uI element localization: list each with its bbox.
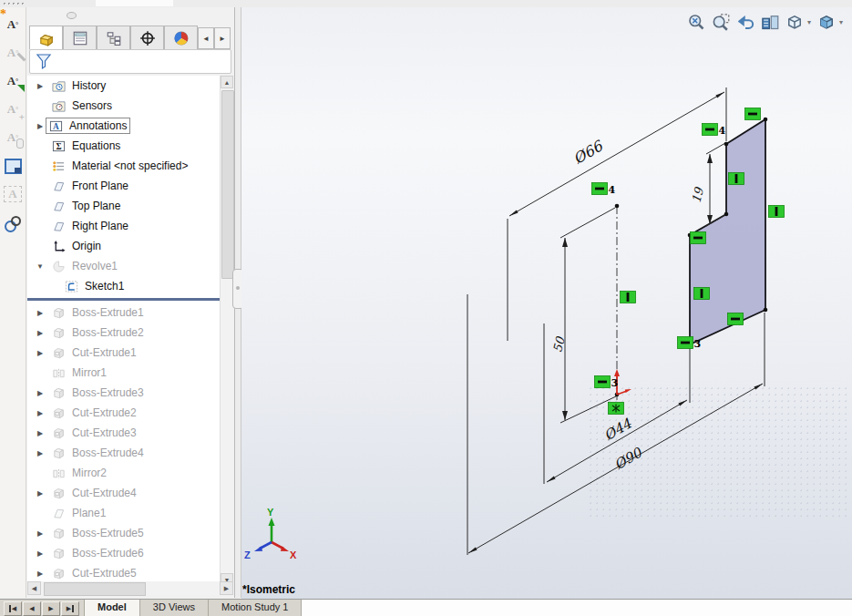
insert-annotation-icon[interactable]: A° [2,70,24,92]
expand-arrow-icon[interactable]: ▶ [35,489,46,498]
relation-horizontal-marker[interactable]: 4 [703,124,726,137]
expand-arrow-icon[interactable]: ▶ [35,389,46,397]
display-style-icon-dropdown[interactable]: ▾ [839,18,843,26]
expand-arrow-icon[interactable]: ▶ [35,122,46,130]
toolbar-drag-handle[interactable] [2,1,26,5]
expand-arrow-icon[interactable]: ▶ [35,529,46,538]
tree-item-boss-extrude3[interactable]: ▶Boss-Extrude3 [27,383,221,403]
plane-icon [51,219,67,233]
section-view-icon[interactable] [759,11,781,33]
tab-propertymanager[interactable] [63,26,97,50]
save-annotation-view-icon[interactable] [2,155,24,177]
expand-arrow-icon[interactable]: ▶ [35,429,46,437]
scroll-right-icon[interactable]: ▶ [220,581,233,595]
expand-arrow-icon[interactable]: ▶ [35,570,46,578]
previous-frame-button[interactable]: ◀ [23,601,41,616]
tree-item-mirror1[interactable]: Mirror1 [27,363,221,383]
relation-horizontal-marker[interactable] [745,108,761,120]
relation-horizontal-marker[interactable] [691,232,706,244]
tree-item-origin[interactable]: Origin [27,236,221,256]
expand-arrow-icon[interactable]: ▶ [35,349,46,357]
tab-model[interactable]: Model [84,600,140,616]
tree-item-revolve1[interactable]: ▼Revolve1 [27,256,221,276]
tree-item-boss-extrude6[interactable]: ▶Boss-Extrude6 [27,543,221,563]
dimension-d90[interactable]: Ø90 [611,444,645,473]
tree-item-equations[interactable]: ΣEquations [27,136,221,156]
sketch-canvas[interactable]: Ø66 19 50 Ø44 Ø90 4433 Y X Z *Isometric [241,7,852,599]
first-frame-button[interactable]: ◀ [4,601,22,616]
expand-arrow-icon[interactable]: ▶ [35,549,46,558]
expand-arrow-icon[interactable]: ▶ [35,82,46,90]
expand-arrow-icon[interactable]: ▶ [35,449,46,457]
tree-item-label: Mirror2 [69,466,109,480]
solidworks-window: { "left_toolbar": { "items": [ {"name": … [0,0,852,616]
tree-item-boss-extrude5[interactable]: ▶Boss-Extrude5 [27,523,221,543]
relation-horizontal-marker[interactable]: 3 [678,337,702,350]
tree-item-boss-extrude2[interactable]: ▶Boss-Extrude2 [27,323,221,343]
scrollbar-thumb[interactable] [221,90,234,279]
scroll-up-icon[interactable]: ▲ [221,76,233,88]
tree-item-right-plane[interactable]: Right Plane [27,216,221,236]
tab-configurationmanager[interactable] [97,26,130,50]
tree-item-label: Cut-Extrude2 [69,406,139,420]
tab-featuremanager-design-tree[interactable] [29,26,63,50]
expand-arrow-icon[interactable]: ▶ [35,309,46,317]
scrollbar-thumb[interactable] [44,582,146,596]
tree-item-plane1[interactable]: Plane1 [27,503,221,523]
belt-chain-icon[interactable] [2,211,24,233]
tab-displaymanager[interactable] [164,26,198,50]
relation-vertical-marker[interactable] [621,292,636,303]
zoom-to-fit-icon[interactable] [685,11,707,33]
tree-item-cut-extrude4[interactable]: ▶Cut-Extrude4 [27,483,221,503]
tree-item-material-not-specified[interactable]: Material <not specified> [27,156,221,176]
tree-item-cut-extrude3[interactable]: ▶Cut-Extrude3 [27,423,221,443]
tab-3d-views[interactable]: 3D Views [140,600,209,616]
panel-tab-scroll-left[interactable]: ◄ [198,27,214,49]
tree-item-cut-extrude5[interactable]: ▶Cut-Extrude5 [27,563,221,583]
tree-item-annotations[interactable]: ▶AAnnotations [27,116,221,136]
panel-tab-scroll-right[interactable]: ► [214,27,231,49]
relation-vertical-marker[interactable] [694,288,710,300]
relation-vertical-marker[interactable] [729,173,744,185]
tree-item-front-plane[interactable]: Front Plane [27,176,221,196]
next-frame-button[interactable]: ▶ [42,601,60,616]
tree-vertical-scrollbar[interactable]: ▲ ▼ [220,76,233,586]
expand-arrow-icon[interactable]: ▶ [35,409,46,417]
tree-item-label: Front Plane [69,179,131,193]
relation-horizontal-marker[interactable]: 3 [595,376,619,389]
tree-item-boss-extrude4[interactable]: ▶Boss-Extrude4 [27,443,221,463]
expand-arrow-icon[interactable]: ▶ [35,329,46,337]
dimension-d19[interactable]: 19 [689,185,706,204]
last-frame-button[interactable]: ▶ [61,601,79,616]
dimension-d44[interactable]: Ø44 [601,416,635,445]
scroll-left-icon[interactable]: ◀ [27,581,41,595]
tree-horizontal-scrollbar[interactable]: ◀ ▶ [27,581,233,595]
display-style-icon[interactable] [816,11,837,33]
tab-dimxpertmanager[interactable] [130,26,164,50]
tree-item-boss-extrude1[interactable]: ▶Boss-Extrude1 [27,303,221,323]
tree-item-cut-extrude2[interactable]: ▶Cut-Extrude2 [27,403,221,423]
previous-view-icon[interactable] [734,11,756,33]
view-orientation-icon-dropdown[interactable]: ▾ [807,18,811,26]
tab-motion-study-1[interactable]: Motion Study 1 [209,600,302,616]
tree-item-cut-extrude1[interactable]: ▶Cut-Extrude1 [27,343,221,363]
zoom-to-area-icon[interactable] [710,11,732,33]
expand-arrow-icon[interactable]: ▼ [35,262,46,271]
relation-coincident-marker[interactable] [609,403,624,415]
tree-item-mirror2[interactable]: Mirror2 [27,463,221,483]
graphics-viewport[interactable]: Ø66 19 50 Ø44 Ø90 4433 Y X Z *Isometric … [241,7,852,599]
tree-item-sensors[interactable]: Sensors [27,96,221,116]
note-annotation-icon[interactable]: A°* [2,14,24,36]
relation-horizontal-marker[interactable] [728,313,744,325]
relation-vertical-marker[interactable] [769,206,785,218]
tree-filter-input[interactable] [29,49,231,74]
left-toolbar: A°*A°A°A°+A°A [0,7,26,598]
view-orientation-icon[interactable] [784,11,806,33]
relation-horizontal-marker[interactable]: 4 [592,183,616,196]
tree-item-sketch1[interactable]: Sketch1 [27,276,221,296]
rollback-bar[interactable] [27,298,221,301]
tree-item-history[interactable]: ▶History [27,76,221,96]
sensors-icon [51,98,67,113]
tree-item-top-plane[interactable]: Top Plane [27,196,221,216]
cut-extrude-icon [51,345,67,360]
